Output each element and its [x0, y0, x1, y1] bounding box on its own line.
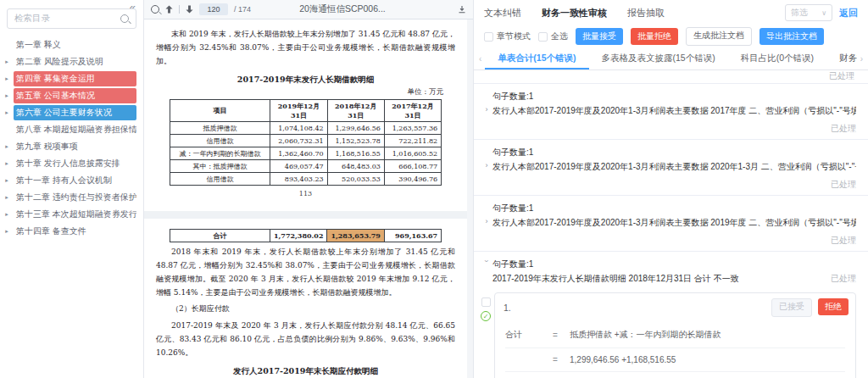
tab-report-extraction[interactable]: 报告抽取 [627, 7, 665, 19]
toc-item-chapter11[interactable]: ▸ 第十一章 持有人会议机制 [0, 173, 136, 188]
batch-reject-button[interactable]: 批量拒绝 [631, 28, 678, 45]
filter-select[interactable]: 筛选 ∨ [785, 4, 832, 21]
toc-search-input[interactable]: 检索目录 [7, 8, 136, 29]
export-annotation-doc-button[interactable]: 导出批注文档 [760, 28, 824, 45]
expand-arrow-icon[interactable]: ▸ [0, 58, 14, 65]
page-number-input[interactable]: 120 [199, 3, 228, 15]
search-icon [120, 14, 129, 23]
page-down-icon[interactable] [186, 5, 193, 14]
batch-accept-button[interactable]: 批量接受 [576, 28, 623, 45]
error-item-expanded[interactable]: › 句子数量:1 2017-2019年末发行人长期借款明细 2018年12月31… [474, 252, 868, 289]
formula-expression: 抵质押借款 +减：一年内到期的长期借款 [570, 329, 721, 341]
chapter-mode-label: 章节模式 [497, 31, 531, 42]
formula-subject: 合计 [505, 329, 553, 341]
panel-tabs: 文本纠错 财务一致性审核 报告抽取 筛选 ∨ 返回 [474, 0, 868, 25]
error-item[interactable]: 句子数量:1 › 发行人本部2017-2019年度及2020年1-3月利润表主要… [474, 196, 868, 252]
expand-arrow-icon[interactable]: ▸ [0, 109, 14, 116]
table2-title: 发行人2017-2019年末长期应付款明细 [154, 366, 457, 377]
expand-arrow-icon[interactable]: ▸ [0, 177, 14, 184]
review-panel: 文本纠错 财务一致性审核 报告抽取 筛选 ∨ 返回 章节模式 全选 批量接受 批… [473, 0, 868, 378]
processed-check-icon: ✓ [481, 311, 491, 321]
toc-item-chapter6[interactable]: ▸ 第六章 公司主要财务状况 [0, 105, 136, 120]
toc-item-chapter1[interactable]: 第一章 释义 [0, 37, 136, 53]
partial-item: 已处理 [474, 70, 868, 84]
toc-search-placeholder: 检索目录 [14, 13, 120, 25]
table-row: 减：一年内到期的长期借款 1,362,460.70 1,168,516.55 1… [170, 147, 441, 160]
status-badge: 已处理 [831, 180, 856, 189]
status-badge: 已处理 [831, 273, 856, 285]
accepted-button[interactable]: 已接受 [771, 298, 812, 317]
reject-button[interactable]: 拒绝 [818, 298, 849, 315]
zoom-icon[interactable] [151, 5, 159, 14]
download-icon[interactable] [458, 5, 466, 14]
chevron-right-icon[interactable]: › [481, 217, 492, 225]
toc-item-chapter14[interactable]: ▸ 第十四章 备查文件 [0, 224, 136, 239]
toc-item-chapter9[interactable]: ▸ 第九章 税项事项 [0, 139, 136, 154]
tab-text-correction[interactable]: 文本纠错 [484, 7, 521, 19]
formula-values: 1,299,646.56 +1,168,516.55 [570, 355, 676, 364]
toc-list: 第一章 释义 ▸ 第二章 风险提示及说明 ▸ 第四章 募集资金运用 ▸ 第五章 … [0, 36, 143, 378]
select-all-checkbox[interactable] [538, 32, 548, 42]
chapter-mode-checkbox[interactable] [484, 32, 493, 42]
expand-arrow-icon[interactable]: ▸ [0, 228, 14, 235]
toc-item-chapter5[interactable]: ▸ 第五章 公司基本情况 [0, 88, 136, 103]
expand-arrow-icon[interactable]: ▸ [0, 160, 14, 167]
toc-sidebar: « 检索目录 第一章 释义 ▸ 第二章 风险提示及说明 ▸ 第四章 募集资金运用… [0, 0, 144, 378]
error-item[interactable]: 句子数量:1 › 发行人本部2017-2019年度及2020年1-3月利润表主要… [474, 140, 868, 196]
table1-unit: 单位：万元 [154, 87, 443, 97]
toc-item-chapter8[interactable]: 第八章 本期超短期融资券担保情况 [0, 122, 136, 137]
toc-item-chapter4[interactable]: ▸ 第四章 募集资金运用 [0, 71, 136, 86]
status-badge: 已处理 [831, 124, 856, 133]
chevron-right-icon[interactable]: › [481, 105, 492, 114]
expand-arrow-icon[interactable]: ▸ [0, 194, 14, 201]
status-badge: 已处理 [831, 236, 856, 245]
subtab-multi-table-disclosure[interactable]: 多表格及表文披露(15个错误) [589, 48, 728, 69]
tab-financial-consistency[interactable]: 财务一致性审核 [542, 7, 607, 19]
long-term-loan-table: 项目 2019年12月31日 2018年12月31日 2017年12月31日 抵… [170, 99, 442, 186]
page-break [144, 211, 467, 219]
error-item[interactable]: 句子数量:1 › 发行人本部2017-2019年度及2020年1-3月利润表主要… [474, 84, 868, 140]
table-row: 信用借款 2,060,732.31 1,152,523.78 722,211.8… [170, 135, 441, 147]
error-detail-card-wrap: ✓ 1. 已接受 拒绝 合计 = 抵质押借款 +减：一年内到期的长期借款 [474, 289, 868, 378]
select-all-label: 全选 [551, 31, 568, 42]
back-button[interactable]: 返回 [839, 7, 858, 19]
chevron-down-icon[interactable]: › [482, 255, 491, 267]
table-row: 抵质押借款 1,074,108.42 1,299,646.56 1,263,55… [170, 122, 441, 135]
document-page: 末和 2019 年末，发行人长期借款较上年末分别增加了 31.45 亿元和 48… [144, 19, 467, 378]
pdf-viewer: 120 / 174 20海通恒信SCP006... 末和 2019 年末，发行人… [144, 0, 473, 378]
table1-title: 2017-2019年末发行人长期借款明细 [154, 75, 457, 86]
chevron-down-icon: ∨ [821, 9, 826, 17]
toc-item-chapter12[interactable]: ▸ 第十二章 违约责任与投资者保护机制 [0, 190, 136, 205]
item-checkbox[interactable] [481, 297, 491, 307]
page-up-icon[interactable] [165, 5, 173, 14]
table-row: 合计 1,772,380.02 1,283,653.79 969,163.67 [170, 230, 441, 242]
error-detail-card: 1. 已接受 拒绝 合计 = 抵质押借款 +减：一年内到期的长期借款 = [494, 292, 856, 378]
total-row-table: 合计 1,772,380.02 1,283,653.79 969,163.67 [170, 229, 442, 242]
error-list[interactable]: 已处理 句子数量:1 › 发行人本部2017-2019年度及2020年1-3月利… [474, 70, 868, 378]
page-number: 113 [154, 190, 457, 197]
expand-arrow-icon[interactable]: ▸ [0, 211, 14, 218]
expand-arrow-icon[interactable]: ▸ [0, 75, 14, 82]
toc-item-chapter10[interactable]: ▸ 第十章 发行人信息披露安排 [0, 156, 136, 171]
highlighted-error-cell[interactable]: 1,283,653.79 [327, 230, 384, 242]
expand-arrow-icon[interactable]: ▸ [0, 143, 14, 150]
scroll-right-icon[interactable]: › [857, 54, 866, 64]
scroll-left-icon[interactable]: ‹ [476, 54, 485, 64]
doc-paragraph: 2018 年末和 2019 年末，发行人长期借款较上年末分别增加了 31.45 … [156, 246, 455, 299]
table-row: 其中：抵质押借款 469,057.47 648,483.03 666,108.7… [170, 160, 441, 173]
chevron-right-icon[interactable]: › [481, 161, 492, 170]
toolbar-divider [179, 5, 180, 14]
generate-annotation-doc-button[interactable]: 生成批注文档 [686, 27, 752, 46]
page-total-label: / 174 [234, 5, 251, 14]
detail-index: 1. [504, 303, 511, 313]
subtab-account-ratio[interactable]: 科目占比(0个错误) [728, 48, 826, 69]
viewer-scrollbar[interactable] [467, 19, 473, 378]
table-header-row: 项目 2019年12月31日 2018年12月31日 2017年12月31日 [170, 100, 441, 122]
document-page-area[interactable]: 末和 2019 年末，发行人长期借款较上年末分别增加了 31.45 亿元和 48… [144, 19, 467, 378]
expand-arrow-icon[interactable]: ▸ [0, 92, 14, 99]
subtab-financial-indicator[interactable]: 财务指标核算(18个错 [826, 48, 857, 69]
toc-item-chapter13[interactable]: ▸ 第十三章 本次超短期融资券发行的有关机构 [0, 207, 136, 222]
toc-item-chapter2[interactable]: ▸ 第二章 风险提示及说明 [0, 54, 136, 69]
status-badge: 已处理 [829, 70, 854, 82]
subtab-single-table-total[interactable]: 单表合计(15个错误) [485, 48, 588, 69]
